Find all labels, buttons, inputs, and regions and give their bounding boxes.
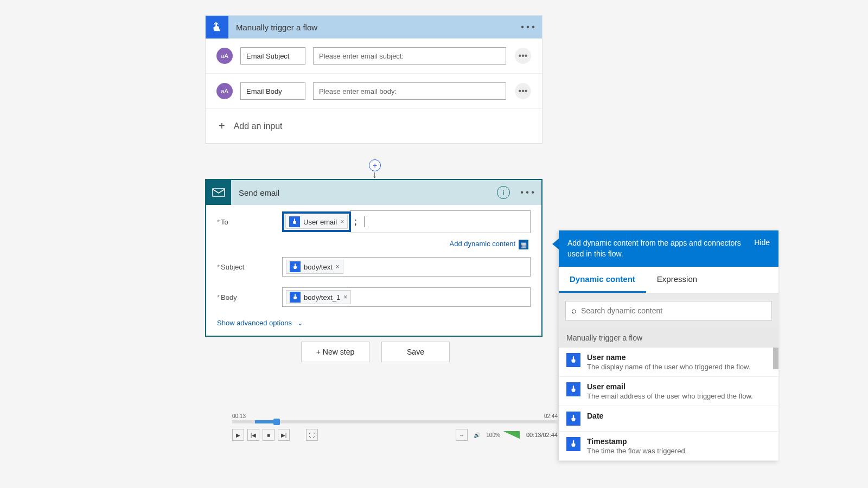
dynamic-group-header: Manually trigger a flow — [559, 328, 778, 348]
field-to: *To User email × ; — [206, 205, 541, 239]
add-input-button[interactable]: + Add an input — [206, 109, 542, 143]
chevron-down-icon: ⌄ — [297, 319, 303, 327]
stop-button[interactable]: ■ — [263, 429, 275, 441]
add-dynamic-icon: ▦ — [519, 240, 528, 249]
tab-dynamic-content[interactable]: Dynamic content — [559, 267, 646, 293]
token-body-text-1[interactable]: body/text_1 × — [286, 290, 351, 304]
video-player: 00:13 02:44 ▶ |◀ ■ ▶| ⛶ ↔ 🔊 100% 00:13/0… — [232, 420, 558, 441]
trigger-menu-button[interactable]: • • • — [519, 22, 537, 32]
player-seekbar[interactable]: 00:13 02:44 — [232, 420, 558, 423]
scrollbar-thumb[interactable] — [773, 348, 778, 369]
add-input-label: Add an input — [234, 121, 283, 131]
zoom-level: 100% — [486, 432, 500, 438]
trigger-icon — [206, 16, 228, 38]
input-name-field[interactable]: Email Subject — [240, 47, 305, 65]
dyn-item-user-name[interactable]: User nameThe display name of the user wh… — [559, 348, 778, 377]
action-title: Send email — [239, 188, 497, 197]
dyn-item-timestamp[interactable]: TimestampThe time the flow was triggered… — [559, 432, 778, 461]
dynamic-tabs: Dynamic content Expression — [559, 267, 778, 293]
dyn-item-user-email[interactable]: User emailThe email address of the user … — [559, 377, 778, 406]
field-body: *Body body/text_1 × — [206, 282, 541, 312]
input-prompt-field[interactable]: Please enter email body: — [313, 82, 506, 100]
trigger-token-icon — [566, 437, 580, 451]
volume-slider[interactable] — [503, 431, 520, 439]
trigger-header[interactable]: Manually trigger a flow • • • — [206, 16, 542, 38]
highlighted-token-area: User email × — [282, 211, 351, 232]
action-card: Send email i • • • *To User email × ; — [205, 179, 542, 337]
remove-token-button[interactable]: × — [340, 218, 344, 226]
plus-icon: + — [219, 120, 225, 132]
text-cursor — [365, 216, 365, 227]
dynamic-panel-header: Add dynamic content from the apps and co… — [559, 230, 778, 267]
prev-button[interactable]: |◀ — [247, 429, 259, 441]
aspect-button[interactable]: ↔ — [456, 429, 468, 441]
hide-panel-button[interactable]: Hide — [754, 238, 770, 247]
trigger-token-icon — [290, 261, 301, 272]
trigger-token-icon — [566, 412, 580, 426]
field-label: *Body — [217, 293, 282, 301]
trigger-token-icon — [289, 216, 300, 227]
progress-fill — [255, 420, 276, 423]
input-menu-button[interactable]: ••• — [515, 48, 531, 64]
play-button[interactable]: ▶ — [232, 429, 244, 441]
trigger-token-icon — [290, 292, 301, 303]
field-label: *To — [217, 218, 282, 226]
to-input[interactable]: ; — [350, 210, 531, 233]
field-label: *Subject — [217, 263, 282, 271]
add-dynamic-content-link[interactable]: Add dynamic content ▦ — [206, 239, 541, 252]
svg-rect-0 — [213, 189, 225, 196]
tab-expression[interactable]: Expression — [646, 267, 708, 293]
search-icon: ⌕ — [571, 306, 577, 316]
input-name-field[interactable]: Email Body — [240, 82, 305, 100]
field-subject: *Subject body/text × — [206, 252, 541, 282]
remove-token-button[interactable]: × — [343, 293, 347, 301]
search-dynamic-content[interactable]: ⌕ — [565, 301, 772, 320]
elapsed-time: 00:13 — [232, 413, 246, 419]
text-type-icon: aA — [216, 48, 233, 64]
info-icon[interactable]: i — [497, 186, 510, 199]
input-menu-button[interactable]: ••• — [515, 83, 531, 99]
token-user-email[interactable]: User email × — [285, 215, 348, 229]
action-header[interactable]: Send email i • • • — [206, 180, 541, 205]
trigger-input-row: aA Email Subject Please enter email subj… — [206, 38, 542, 74]
show-advanced-options[interactable]: Show advanced options ⌄ — [206, 312, 541, 336]
trigger-input-row: aA Email Body Please enter email body: •… — [206, 74, 542, 109]
text-type-icon: aA — [216, 83, 233, 99]
input-prompt-field[interactable]: Please enter email subject: — [313, 47, 506, 65]
new-step-button[interactable]: + New step — [301, 342, 369, 362]
volume-icon[interactable]: 🔊 — [471, 429, 483, 441]
save-button[interactable]: Save — [381, 342, 450, 362]
trigger-card: Manually trigger a flow • • • aA Email S… — [205, 15, 542, 144]
trigger-title: Manually trigger a flow — [236, 23, 519, 32]
time-combo: 00:13/02:44 — [526, 432, 558, 438]
dynamic-items-list[interactable]: User nameThe display name of the user wh… — [559, 348, 778, 461]
remove-token-button[interactable]: × — [336, 263, 340, 271]
trigger-token-icon — [566, 382, 580, 396]
trigger-token-icon — [566, 353, 580, 367]
seek-thumb[interactable] — [273, 419, 280, 425]
token-body-text[interactable]: body/text × — [286, 260, 343, 274]
mail-icon — [206, 180, 231, 205]
dynamic-content-panel: Add dynamic content from the apps and co… — [559, 230, 778, 461]
next-button[interactable]: ▶| — [278, 429, 290, 441]
total-time: 02:44 — [544, 413, 558, 419]
panel-pointer — [552, 239, 559, 249]
search-input[interactable] — [581, 306, 766, 315]
fullscreen-button[interactable]: ⛶ — [306, 429, 318, 441]
dyn-item-date[interactable]: Date — [559, 406, 778, 432]
body-input[interactable]: body/text_1 × — [282, 287, 531, 307]
subject-input[interactable]: body/text × — [282, 257, 531, 277]
action-menu-button[interactable]: • • • — [519, 188, 536, 197]
